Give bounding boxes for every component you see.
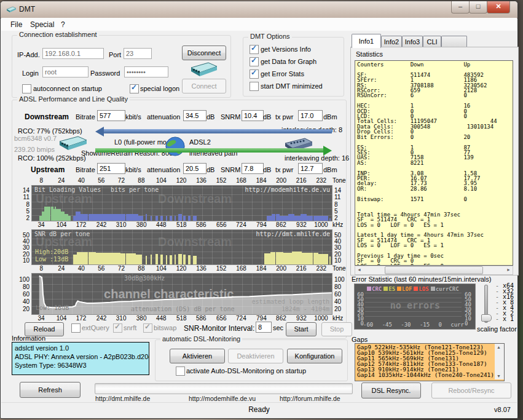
ds-txpwr-value[interactable]: 17.0	[298, 110, 323, 121]
get-data-checkbox[interactable]	[250, 57, 259, 66]
dsl-resync-button[interactable]: DSL Resync.	[361, 382, 421, 398]
maximize-button[interactable]: □	[469, 1, 487, 14]
scaling-slider-thumb[interactable]	[481, 314, 492, 322]
list-item: 0	[439, 322, 442, 329]
auto-monitoring-startup-label[interactable]: activate Auto-DSL-Monitoring on startup	[186, 367, 306, 374]
get-error-label[interactable]: get Error Stats	[261, 70, 304, 77]
password-label: Password	[90, 69, 120, 77]
gridline-h	[32, 202, 332, 202]
us-att-value[interactable]: 20.5	[183, 163, 206, 174]
client-area: Connection establishment IP-Add. 192.168…	[1, 31, 517, 404]
status-text: Ready	[1, 405, 517, 414]
list-item: x 1	[495, 316, 514, 322]
scroll-thumb[interactable]	[385, 266, 483, 274]
tab-info2[interactable]: Info2	[381, 36, 402, 48]
x-tick-label: 380	[136, 315, 147, 322]
us-txpwr-value[interactable]: 12.7	[298, 163, 323, 174]
scroll-up-icon[interactable]: ▲	[495, 344, 503, 351]
us-snrm-label: SNRM	[221, 166, 240, 173]
us-snrm-value[interactable]: 7.8	[242, 163, 264, 174]
connect-button[interactable]: Connect	[182, 79, 226, 93]
x-tick-label: 200	[276, 265, 286, 272]
standard-label: ADSL2	[189, 138, 211, 146]
ds-snrm-value[interactable]: 10.4	[242, 110, 264, 121]
auto-monitoring-startup-checkbox[interactable]	[176, 367, 185, 376]
get-error-checkbox[interactable]	[250, 69, 259, 79]
deactivate-button[interactable]: Deaktivieren	[228, 349, 283, 363]
autoconnect-checkbox[interactable]	[22, 84, 31, 93]
snrft-label[interactable]: snrft	[124, 324, 136, 331]
adsl-group: ADSL Performance and Line Quality Downst…	[12, 100, 347, 339]
configuration-button[interactable]: Konfiguration	[287, 349, 342, 363]
extquery-checkbox[interactable]	[71, 323, 81, 333]
scroll-left-icon[interactable]: ◄	[355, 266, 363, 273]
extquery-label[interactable]: extQuery	[82, 324, 109, 331]
x-tick-label: 380	[136, 221, 147, 228]
get-versions-checkbox[interactable]	[250, 45, 259, 54]
modem-icon	[187, 61, 218, 77]
x-tick-label: 136	[196, 265, 206, 272]
link-dmt-mhilfe[interactable]: http://dmt.mhilfe.de	[95, 395, 150, 402]
menu-help[interactable]: ?	[58, 20, 68, 30]
activate-button[interactable]: Aktivieren	[170, 349, 225, 363]
chart-bar	[195, 256, 197, 264]
title-bar[interactable]: DMT – □ ✕	[1, 1, 517, 18]
get-data-label[interactable]: get Data for Graph	[261, 58, 317, 65]
gaps-vscrollbar[interactable]: ▲ ▼	[495, 344, 504, 379]
password-input[interactable]: ••••••••	[124, 66, 168, 77]
gridline-h	[365, 316, 462, 317]
stop-button[interactable]: Stop	[321, 322, 352, 336]
y-tick-label: 20	[15, 306, 31, 312]
ds-bitrate-value[interactable]: 577	[97, 110, 125, 121]
bitswap-label[interactable]: bitswap	[154, 324, 176, 331]
tab-cli[interactable]: CLI	[423, 36, 441, 48]
ip-input[interactable]: 192.168.0.1	[42, 48, 104, 59]
close-button[interactable]: ✕	[487, 1, 510, 14]
x-tick-label: 656	[216, 315, 227, 322]
interval-input[interactable]: 8	[256, 322, 272, 333]
legend-swatch	[431, 287, 435, 291]
gridline-v	[152, 230, 152, 264]
chart-bar	[151, 216, 152, 221]
us-bitrate-value[interactable]: 251	[97, 163, 125, 174]
scroll-down-icon[interactable]: ▼	[495, 373, 503, 379]
x-tick-label: 794	[256, 221, 267, 228]
link-modemhilfe[interactable]: http://modemhilfe.de.vu	[189, 395, 256, 402]
y-tick-label: 30	[332, 244, 348, 251]
login-input[interactable]: root	[42, 66, 88, 77]
special-logon-checkbox[interactable]	[130, 84, 139, 93]
reboot-resync-button[interactable]: Reboot/Resync	[431, 382, 511, 398]
ds-bitrate-label: Bitrate	[76, 113, 95, 121]
statistics-hscrollbar[interactable]: ◄ ►	[355, 266, 513, 275]
refresh-button[interactable]: Refresh	[20, 382, 81, 398]
link-forum-mhilfe[interactable]: http://forum.mhilfe.de	[280, 395, 340, 402]
snrft-checkbox[interactable]	[113, 323, 122, 333]
gridline-v	[202, 274, 203, 314]
tab-info3[interactable]: Info3	[402, 36, 423, 48]
start-button[interactable]: Start	[286, 322, 317, 336]
scroll-right-icon[interactable]: ►	[505, 266, 513, 273]
chart-bar	[166, 255, 167, 264]
gridline-v	[172, 274, 173, 314]
get-versions-label[interactable]: get Versions Info	[261, 46, 311, 53]
gridline-v	[52, 274, 53, 314]
autoconnect-label[interactable]: autoconnect on startup	[33, 85, 102, 92]
port-input[interactable]: 23	[124, 48, 152, 59]
start-minimized-label[interactable]: start DMT minimized	[261, 82, 323, 90]
y-tick-label: 8	[15, 200, 31, 207]
snr-bottom-axis: 82440567288104120136152168184200216232To…	[31, 265, 331, 272]
progress-bar	[95, 383, 353, 394]
tab-blank[interactable]	[441, 36, 467, 48]
disconnect-button[interactable]: Disconnect	[182, 46, 226, 60]
ds-att-value[interactable]: 34.5	[183, 110, 206, 121]
bitswap-checkbox[interactable]	[143, 323, 152, 333]
gridline-v	[72, 274, 73, 314]
x-tick-label: 24	[58, 265, 65, 272]
menu-special[interactable]: Special	[27, 20, 57, 30]
menu-file[interactable]: File	[7, 20, 25, 30]
minimize-button[interactable]: –	[451, 1, 470, 14]
special-logon-label[interactable]: special logon	[140, 85, 179, 92]
tab-info1[interactable]: Info1	[352, 34, 381, 48]
y-tick-label: 14	[332, 186, 348, 193]
start-minimized-checkbox[interactable]	[250, 82, 259, 91]
